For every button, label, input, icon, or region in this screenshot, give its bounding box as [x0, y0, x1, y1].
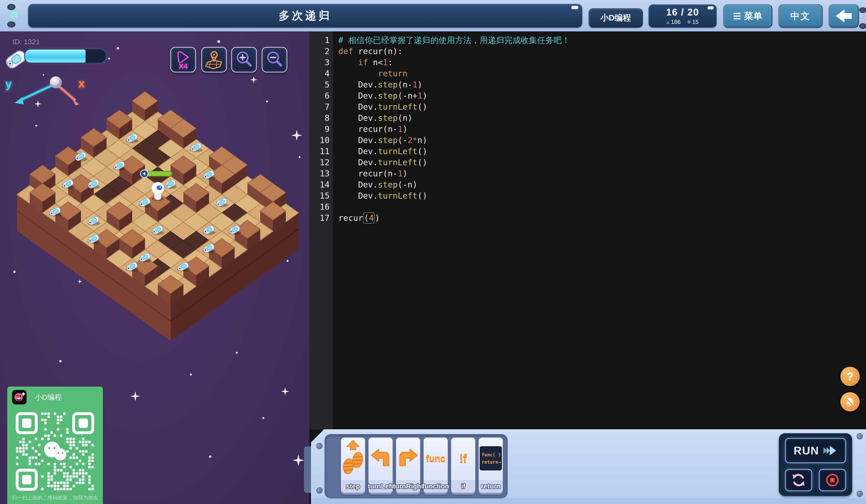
code-line[interactable]: 16: [309, 201, 866, 212]
code-text: Dev.turnLeft(): [338, 146, 427, 157]
card-icon-area: func: [424, 438, 448, 479]
code-text: Dev.step(n): [338, 112, 412, 123]
card-label: return: [479, 480, 503, 493]
reset-button[interactable]: [785, 469, 812, 491]
code-text: recur(n-1): [338, 168, 408, 179]
screw-icon: [857, 491, 863, 497]
energy-value: 186: [671, 19, 681, 25]
line-number: 12: [309, 157, 330, 168]
card-label: function: [424, 480, 448, 493]
reset-icon: [791, 472, 806, 488]
code-line[interactable]: 10 Dev.step(-2*n): [309, 135, 866, 146]
wechat-logo: [44, 442, 66, 460]
code-line[interactable]: 7 Dev.turnLeft(): [309, 101, 866, 112]
line-number: 15: [309, 190, 330, 201]
back-button[interactable]: [829, 4, 859, 27]
line-number: 8: [309, 112, 330, 123]
map-pin-icon: [203, 47, 225, 72]
code-line[interactable]: 4 return: [309, 68, 866, 79]
top-bar: 多次递归 小D编程 16 / 20 ▵186 ≡15 菜单 中文: [0, 0, 866, 31]
zoom-in-icon: [233, 47, 255, 72]
code-line[interactable]: 17recur(4): [309, 212, 866, 224]
screw-icon: [7, 21, 15, 27]
qr-panel: 小D编程 扫一扫上面的二维码图案，加我为朋友: [7, 387, 103, 504]
zoom-in-button[interactable]: [231, 47, 257, 72]
mute-notifications-button[interactable]: [840, 392, 860, 412]
step-icon: [342, 439, 365, 478]
progress-fill: [25, 49, 86, 63]
code-text: Dev.step(-2*n): [338, 135, 428, 146]
line-number: 16: [309, 201, 330, 212]
card-icon-area: [341, 438, 365, 479]
turn-left-icon: [370, 448, 391, 469]
code-line[interactable]: 13 recur(n-1): [309, 168, 866, 179]
code-line[interactable]: 9 recur(n-1): [309, 123, 866, 135]
zoom-out-button[interactable]: [262, 47, 287, 72]
code-line[interactable]: 8 Dev.step(n): [309, 112, 866, 123]
menu-button[interactable]: 菜单: [723, 4, 772, 27]
run-button[interactable]: RUN: [785, 438, 846, 463]
code-text: Dev.turnLeft(): [338, 157, 427, 168]
screw-icon: [316, 487, 323, 494]
bell-off-icon: [845, 396, 855, 407]
screw-icon: [859, 7, 866, 13]
app-window: 多次递归 小D编程 16 / 20 ▵186 ≡15 菜单 中文 ID: 132…: [0, 0, 866, 504]
command-card-turnLeft[interactable]: turnLeft: [368, 438, 393, 493]
game-viewport[interactable]: ID: 1321 X4: [0, 31, 309, 504]
speed-button[interactable]: X4: [170, 47, 196, 72]
card-label: turnRight: [396, 480, 420, 493]
line-number: 13: [309, 168, 330, 179]
command-card-tray: step turnLeft turnRightfuncfunctionifif …: [324, 434, 508, 499]
code-text: if n<1:: [338, 57, 393, 68]
code-text: Dev.step(-n+1): [338, 90, 428, 101]
line-number: 7: [309, 101, 330, 112]
code-line[interactable]: 6 Dev.step(-n+1): [309, 90, 866, 101]
code-line[interactable]: 11 Dev.turnLeft(): [309, 146, 866, 157]
zoom-out-icon: [264, 47, 285, 72]
back-arrow-icon: [835, 9, 853, 23]
score-stats: ▵186 ≡15: [667, 19, 699, 25]
command-toolbar: step turnLeft turnRightfuncfunctionifif …: [311, 429, 866, 504]
command-card-turnRight[interactable]: turnRight: [396, 438, 420, 493]
card-icon-area: [368, 438, 393, 479]
code-line[interactable]: 3 if n<1:: [309, 57, 866, 68]
qr-code: [11, 412, 99, 493]
card-label: turnLeft: [368, 480, 393, 493]
line-number: 9: [309, 123, 330, 135]
line-number: 6: [309, 90, 330, 101]
line-number: 4: [309, 68, 330, 79]
steps-icon: ≡: [687, 19, 691, 25]
card-icon-area: [396, 438, 420, 479]
code-text: def recur(n):: [338, 46, 402, 57]
program-button[interactable]: 小D编程: [589, 8, 643, 27]
if-icon: if: [459, 451, 467, 465]
line-number: 14: [309, 179, 330, 190]
stop-button[interactable]: [819, 469, 846, 491]
language-button[interactable]: 中文: [778, 4, 822, 27]
code-lines[interactable]: 1# 相信你已经掌握了递归的使用方法，用递归完成收集任务吧！2def recur…: [309, 31, 866, 429]
code-line[interactable]: 12 Dev.turnLeft(): [309, 157, 866, 168]
help-button[interactable]: ?: [840, 367, 860, 386]
menu-icon: [733, 13, 741, 19]
progress-bar: [24, 49, 106, 63]
code-line[interactable]: 15 Dev.turnLeft(): [309, 190, 866, 201]
command-card-if[interactable]: ifif: [451, 438, 475, 493]
code-line[interactable]: 2def recur(n):: [309, 46, 866, 57]
card-label: step: [341, 480, 365, 493]
command-card-return[interactable]: func( )return→return: [479, 438, 503, 493]
score-box[interactable]: 16 / 20 ▵186 ≡15: [648, 4, 717, 27]
code-line[interactable]: 5 Dev.step(n-1): [309, 79, 866, 90]
code-text: # 相信你已经掌握了递归的使用方法，用递归完成收集任务吧！: [338, 35, 570, 46]
stop-icon: [825, 473, 840, 487]
command-card-function[interactable]: funcfunction: [424, 438, 448, 493]
indicator-chip: [12, 12, 17, 18]
command-card-step[interactable]: step: [341, 438, 365, 493]
card-label: if: [451, 480, 475, 493]
level-title: 多次递归: [28, 4, 582, 27]
code-line[interactable]: 14 Dev.step(-n): [309, 179, 866, 190]
code-text: Dev.step(-n): [338, 179, 418, 190]
code-line[interactable]: 1# 相信你已经掌握了递归的使用方法，用递归完成收集任务吧！: [309, 35, 866, 46]
toolbar-bottom-strip: [311, 498, 866, 504]
map-button[interactable]: [201, 47, 227, 72]
line-number: 11: [309, 146, 330, 157]
